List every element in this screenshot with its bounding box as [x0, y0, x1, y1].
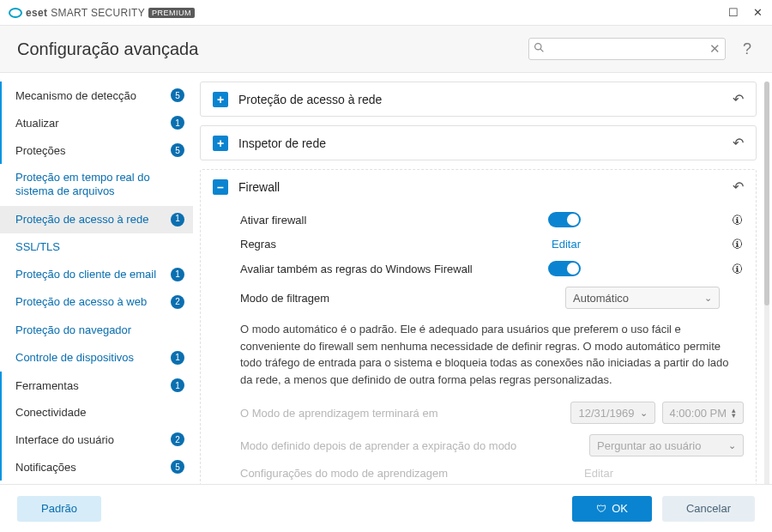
sidebar-item-ssl-tls[interactable]: SSL/TLS — [0, 233, 193, 261]
ok-button[interactable]: 🛡 OK — [572, 496, 652, 522]
panel-network-access: Proteção de acesso à rede ↶ — [200, 82, 757, 117]
expand-icon[interactable] — [213, 92, 228, 107]
window-close-icon[interactable]: ✕ — [751, 6, 763, 19]
info-icon[interactable]: 🛈 — [730, 238, 744, 251]
badge: 2 — [171, 295, 184, 309]
search-input[interactable] — [528, 38, 726, 60]
info-icon[interactable]: 🛈 — [730, 214, 744, 227]
toggle-windows-firewall[interactable] — [548, 261, 581, 276]
chevron-down-icon: ⌄ — [704, 293, 712, 304]
footer: Padrão 🛡 OK Cancelar — [0, 484, 772, 532]
row-learning-end: O Modo de aprendizagem terminará em 12/3… — [240, 396, 744, 429]
default-button[interactable]: Padrão — [17, 496, 101, 522]
svg-point-1 — [535, 44, 541, 50]
badge: 1 — [171, 378, 184, 392]
badge: 1 — [171, 116, 184, 130]
window-maximize-icon[interactable]: ☐ — [727, 6, 739, 19]
badge: 5 — [171, 143, 184, 157]
svg-point-0 — [9, 9, 21, 17]
row-filtering-mode: Modo de filtragem Automático ⌄ 🛈 — [240, 281, 744, 314]
badge: 5 — [171, 460, 184, 474]
sidebar-item-detection-engine[interactable]: Mecanismo de detecção 5 — [0, 82, 193, 109]
shield-icon: 🛡 — [596, 503, 606, 515]
chevron-down-icon: ⌄ — [640, 408, 648, 419]
panel-title: Proteção de acesso à rede — [238, 93, 722, 106]
learning-config-link: Editar — [584, 467, 613, 480]
scroll-thumb[interactable] — [764, 82, 769, 305]
row-rules: Regras Editar 🛈 — [240, 233, 744, 256]
chevron-down-icon: ⌄ — [728, 440, 736, 451]
sidebar-item-email-client[interactable]: Proteção do cliente de email 1 — [0, 261, 193, 288]
sidebar: Mecanismo de detecção 5 Atualizar 1 Prot… — [0, 73, 193, 497]
sidebar-item-web-access[interactable]: Proteção de acesso à web 2 — [0, 288, 193, 316]
panel-title: Firewall — [238, 180, 722, 194]
eset-logo-icon — [9, 6, 22, 20]
after-learning-select: Perguntar ao usuário ⌄ — [589, 434, 744, 456]
sidebar-item-tools[interactable]: Ferramentas 1 — [0, 372, 193, 399]
clear-search-icon[interactable]: ✕ — [709, 41, 721, 57]
row-after-learning-mode: Modo definido depois de aprender a expir… — [240, 429, 744, 462]
undo-icon[interactable]: ↶ — [733, 135, 744, 151]
row-enable-firewall: Ativar firewall 🛈 — [240, 207, 744, 233]
badge: 2 — [171, 432, 184, 446]
row-windows-firewall-rules: Avaliar também as regras do Windows Fire… — [240, 256, 744, 281]
sidebar-item-network-access[interactable]: Proteção de acesso à rede 1 — [0, 206, 193, 233]
toggle-enable-firewall[interactable] — [548, 212, 581, 227]
sidebar-item-notifications[interactable]: Notificações 5 — [0, 453, 193, 481]
page-title: Configuração avançada — [17, 39, 198, 59]
learning-end-date: 12/31/1969 ⌄ — [570, 402, 654, 424]
badge: 1 — [171, 213, 184, 227]
sidebar-item-connectivity[interactable]: Conectividade — [0, 399, 193, 426]
sidebar-item-update[interactable]: Atualizar 1 — [0, 109, 193, 136]
brand-product: SMART SECURITY — [51, 7, 145, 19]
expand-icon[interactable] — [213, 136, 228, 151]
undo-icon[interactable]: ↶ — [733, 91, 744, 107]
sidebar-item-ui[interactable]: Interface do usuário 2 — [0, 426, 193, 453]
filtering-mode-select[interactable]: Automático ⌄ — [565, 287, 720, 309]
content: Proteção de acesso à rede ↶ Inspetor de … — [193, 73, 772, 497]
header: Configuração avançada ✕ ? — [0, 26, 772, 73]
search-icon — [534, 42, 545, 56]
brand-eset: eset — [26, 7, 47, 19]
badge: 1 — [171, 268, 184, 281]
search-box: ✕ — [528, 38, 726, 60]
brand: eset SMART SECURITY PREMIUM — [9, 6, 195, 20]
cancel-button[interactable]: Cancelar — [662, 496, 755, 522]
rules-edit-link[interactable]: Editar — [552, 238, 581, 251]
badge: 1 — [171, 351, 184, 365]
collapse-icon[interactable] — [213, 179, 228, 195]
sidebar-item-protections[interactable]: Proteções 5 — [0, 136, 193, 164]
badge: 5 — [171, 88, 184, 102]
svg-line-2 — [540, 49, 543, 51]
undo-icon[interactable]: ↶ — [733, 178, 744, 195]
learning-end-time: 4:00:00 PM ▴▾ — [662, 402, 745, 424]
panel-firewall: Firewall ↶ Ativar firewall 🛈 Regras Edit… — [200, 169, 757, 497]
help-icon[interactable]: ? — [739, 40, 755, 58]
info-icon[interactable]: 🛈 — [730, 263, 744, 275]
content-scrollbar[interactable] — [764, 82, 769, 488]
panel-title: Inspetor de rede — [238, 136, 722, 150]
brand-premium-tag: PREMIUM — [148, 8, 195, 18]
panel-network-inspector: Inspetor de rede ↶ — [200, 125, 757, 160]
stepper-icon: ▴▾ — [732, 408, 736, 419]
filtering-mode-description: O modo automático é o padrão. Ele é adeq… — [240, 321, 744, 388]
sidebar-item-browser-protection[interactable]: Proteção do navegador — [0, 317, 193, 344]
sidebar-item-device-control[interactable]: Controle de dispositivos 1 — [0, 344, 193, 372]
row-learning-config: Configurações do modo de aprendizagem Ed… — [240, 462, 744, 485]
sidebar-item-realtime-fs[interactable]: Proteção em tempo real do sistema de arq… — [0, 164, 193, 206]
titlebar: eset SMART SECURITY PREMIUM ☐ ✕ — [0, 0, 772, 26]
